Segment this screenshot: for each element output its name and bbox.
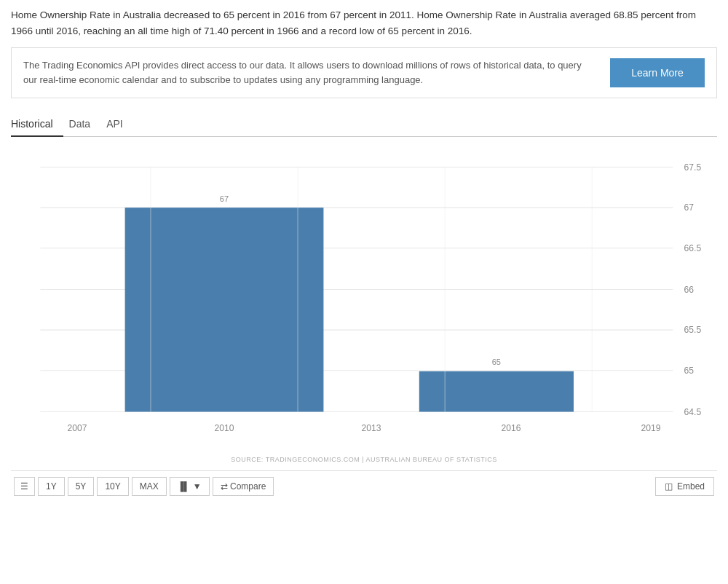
- compare-button[interactable]: ⇄ Compare: [213, 477, 274, 496]
- svg-text:66: 66: [684, 285, 695, 295]
- embed-button[interactable]: ◫ Embed: [655, 477, 714, 496]
- svg-text:2013: 2013: [362, 423, 381, 433]
- main-container: Home Ownership Rate in Australia decreas…: [0, 0, 728, 509]
- toolbar-left: ☰ 1Y 5Y 10Y MAX ▐▌ ▼ ⇄ Compare: [14, 477, 274, 496]
- source-text: SOURCE: TRADINGECONOMICS.COM | AUSTRALIA…: [11, 456, 717, 463]
- description-text: Home Ownership Rate in Australia decreas…: [11, 7, 717, 39]
- svg-text:2007: 2007: [67, 423, 87, 433]
- chart-type-button[interactable]: ▐▌ ▼: [170, 477, 210, 496]
- embed-label: Embed: [677, 481, 705, 492]
- 5y-button[interactable]: 5Y: [68, 477, 95, 496]
- api-banner: The Trading Economics API provides direc…: [11, 47, 717, 98]
- svg-text:67: 67: [220, 194, 229, 203]
- svg-text:64.5: 64.5: [684, 407, 702, 417]
- 10y-button[interactable]: 10Y: [97, 477, 128, 496]
- svg-text:65: 65: [492, 358, 501, 367]
- bar-2016: [419, 371, 574, 412]
- svg-text:2019: 2019: [641, 423, 661, 433]
- api-banner-text: The Trading Economics API provides direc…: [23, 58, 596, 87]
- hamburger-button[interactable]: ☰: [14, 477, 35, 496]
- chart-area: 67.5 67 66.5 66 65.5 65 64.5 2007 2010 2…: [11, 144, 717, 450]
- embed-icon: ◫: [665, 481, 673, 492]
- tabs-bar: Historical Data API: [11, 111, 717, 137]
- svg-text:67: 67: [684, 203, 695, 213]
- chart-svg: 67.5 67 66.5 66 65.5 65 64.5 2007 2010 2…: [11, 144, 717, 450]
- learn-more-button[interactable]: Learn More: [610, 58, 705, 87]
- svg-text:2010: 2010: [215, 423, 234, 433]
- chart-type-icon: ▐▌: [178, 481, 190, 492]
- tab-historical[interactable]: Historical: [11, 112, 63, 137]
- 1y-button[interactable]: 1Y: [38, 477, 65, 496]
- chart-type-chevron: ▼: [193, 481, 202, 492]
- tab-data[interactable]: Data: [69, 112, 101, 137]
- toolbar-right: ◫ Embed: [655, 477, 714, 496]
- max-button[interactable]: MAX: [132, 477, 167, 496]
- svg-text:67.5: 67.5: [684, 162, 702, 173]
- bar-2010: [125, 208, 324, 412]
- tab-api[interactable]: API: [106, 112, 133, 137]
- svg-text:2016: 2016: [502, 423, 521, 433]
- svg-text:65: 65: [684, 366, 695, 376]
- svg-text:65.5: 65.5: [684, 325, 702, 336]
- toolbar: ☰ 1Y 5Y 10Y MAX ▐▌ ▼ ⇄ Compare ◫ Embed: [11, 470, 717, 502]
- svg-text:66.5: 66.5: [684, 243, 702, 253]
